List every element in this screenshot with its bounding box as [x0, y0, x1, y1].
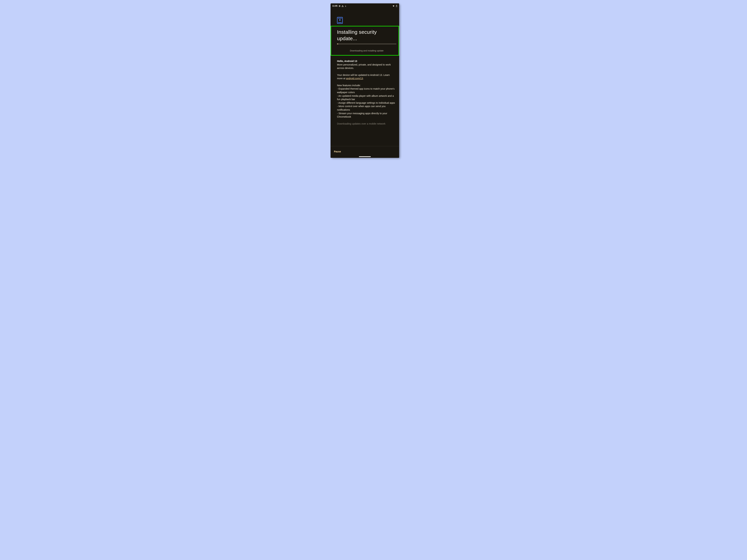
phone-download-icon: [337, 17, 343, 24]
body-intro: More personalized, private, and designed…: [337, 63, 391, 70]
progress-status-text: Downloading and installing update: [337, 49, 396, 52]
status-bar: 11:05: [331, 3, 399, 8]
download-icon: [345, 5, 346, 7]
features-heading: New features include:: [337, 84, 395, 87]
gear-icon: [338, 5, 340, 7]
list-item: - An updated media player with album art…: [337, 94, 395, 101]
learn-more-link[interactable]: android.com/13: [346, 77, 363, 80]
list-item: - Stream your messaging apps directly to…: [337, 112, 395, 118]
navigation-handle[interactable]: [359, 156, 371, 157]
battery-charging-icon: [396, 5, 397, 7]
wifi-icon: [392, 5, 395, 7]
phone-screen: 11:05: [331, 3, 399, 158]
list-item: - Expanded themed app icons to match you…: [337, 87, 395, 94]
page-title: Installing security update...: [337, 29, 395, 42]
update-progress-section: Installing security update... Downloadin…: [331, 26, 399, 56]
progress-bar: [337, 44, 396, 44]
warning-icon: [341, 5, 344, 7]
bottom-action-bar: Pause: [331, 146, 399, 158]
update-description: Hello, Android 13 More personalized, pri…: [331, 56, 399, 126]
progress-fill: [337, 44, 338, 44]
pause-button[interactable]: Pause: [334, 150, 341, 153]
truncated-text: Downloading updates over a mobile networ…: [337, 122, 395, 126]
status-time: 11:05: [332, 5, 337, 7]
list-item: - Assign different language settings to …: [337, 101, 395, 105]
list-item: - More control over when apps can send y…: [337, 105, 395, 111]
body-headline: Hello, Android 13: [337, 60, 357, 62]
update-line-suffix: .: [363, 77, 364, 80]
